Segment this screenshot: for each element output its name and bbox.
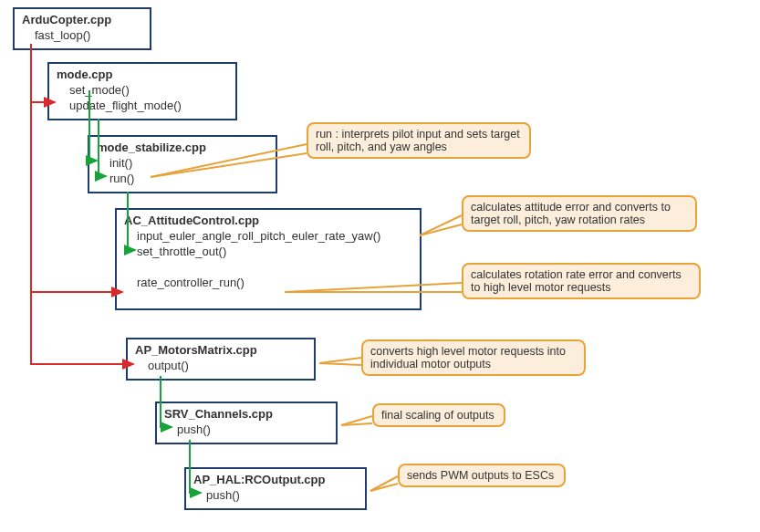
callout-text: final scaling of outputs xyxy=(381,409,495,422)
box-title: mode_stabilize.cpp xyxy=(97,141,268,154)
fn: run() xyxy=(109,171,268,186)
fn: rate_controller_run() xyxy=(137,275,412,290)
fn: push() xyxy=(206,487,358,503)
callout-text: run : interprets pilot input and sets ta… xyxy=(316,128,520,153)
callout-input-euler: calculates attitude error and converts t… xyxy=(462,195,697,232)
fn: input_euler_angle_roll_pitch_euler_rate_… xyxy=(137,228,412,244)
fn: fast_loop() xyxy=(35,27,142,43)
fn: push() xyxy=(177,422,328,437)
fn: set_mode() xyxy=(69,82,228,98)
box-title: AP_HAL:RCOutput.cpp xyxy=(193,473,358,486)
fn: output() xyxy=(148,358,307,373)
box-hal: AP_HAL:RCOutput.cpp push() xyxy=(184,467,367,510)
callout-hal: sends PWM outputs to ESCs xyxy=(398,464,566,487)
box-title: mode.cpp xyxy=(57,68,228,81)
box-ac-attitude: AC_AttitudeControl.cpp input_euler_angle… xyxy=(115,208,422,310)
box-motors: AP_MotorsMatrix.cpp output() xyxy=(126,338,316,381)
callout-text: converts high level motor requests into … xyxy=(370,345,566,370)
fn xyxy=(137,259,412,275)
box-title: AC_AttitudeControl.cpp xyxy=(124,214,412,227)
callout-text: calculates attitude error and converts t… xyxy=(471,201,671,226)
box-mode-stabilize: mode_stabilize.cpp init() run() xyxy=(88,135,277,193)
box-title: AP_MotorsMatrix.cpp xyxy=(135,343,307,357)
box-title: ArduCopter.cpp xyxy=(22,13,142,26)
fn: update_flight_mode() xyxy=(69,98,228,113)
fn: set_throttle_out() xyxy=(137,244,412,259)
box-arducopter: ArduCopter.cpp fast_loop() xyxy=(13,7,151,50)
callout-text: calculates rotation rate error and conve… xyxy=(471,268,682,294)
callout-rate-ctrl: calculates rotation rate error and conve… xyxy=(462,263,701,299)
box-srv: SRV_Channels.cpp push() xyxy=(155,402,338,444)
callout-text: sends PWM outputs to ESCs xyxy=(407,469,554,482)
box-mode: mode.cpp set_mode() update_flight_mode() xyxy=(47,62,237,120)
box-title: SRV_Channels.cpp xyxy=(164,407,328,421)
callout-motors: converts high level motor requests into … xyxy=(361,339,586,376)
callout-srv: final scaling of outputs xyxy=(372,403,505,427)
callout-run: run : interprets pilot input and sets ta… xyxy=(307,122,531,159)
fn: init() xyxy=(109,155,268,171)
